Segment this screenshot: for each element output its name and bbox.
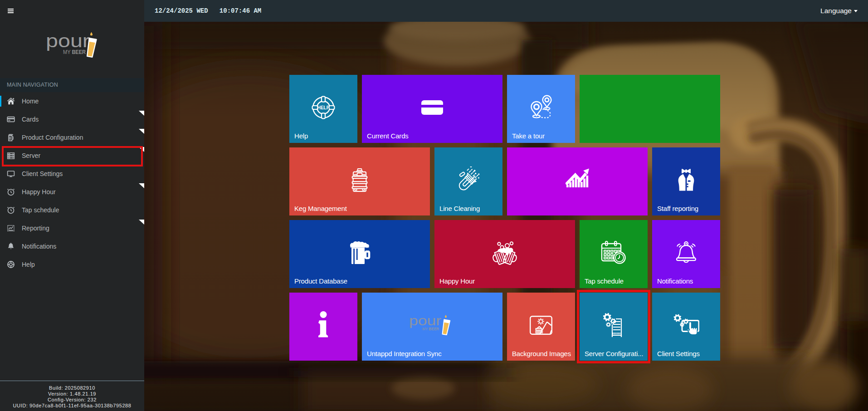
svg-text:HELP: HELP [317,105,330,110]
svg-text:pour: pour [46,31,90,51]
svg-text:MY BEER: MY BEER [422,326,439,331]
svg-text:MY BEER: MY BEER [63,49,86,55]
